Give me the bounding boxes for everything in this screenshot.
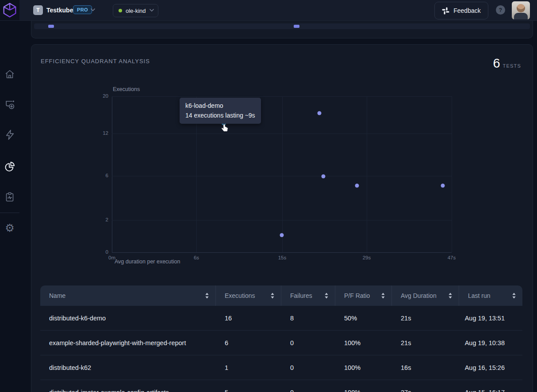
column-header-label: Name	[49, 292, 65, 299]
table-body: distributed-k6-demo16850%21sAug 19, 13:5…	[40, 306, 522, 392]
scatter-point[interactable]	[318, 111, 322, 115]
sidebar-item-home[interactable]	[4, 69, 15, 80]
table-header-row: NameExecutionsFailuresP/F RatioAvg Durat…	[40, 285, 522, 306]
table-cell: example-sharded-playwright-with-merged-r…	[40, 331, 216, 355]
table-cell: distributed-k6-demo	[40, 306, 216, 330]
column-header-executions[interactable]: Executions	[216, 285, 281, 306]
table-cell: 100%	[335, 380, 392, 392]
column-header-last-run[interactable]: Last run	[459, 285, 522, 306]
table-cell: 50%	[335, 306, 392, 330]
tests-table: NameExecutionsFailuresP/F RatioAvg Durat…	[40, 285, 522, 392]
org-avatar[interactable]: T	[33, 5, 43, 15]
test-report-icon	[4, 191, 15, 202]
environment-selector[interactable]: ole-kind	[113, 4, 158, 17]
table-cell: 5	[216, 380, 281, 392]
feedback-label: Feedback	[453, 7, 480, 14]
x-tick-label: 29s	[363, 255, 371, 260]
column-header-label: Avg Duration	[401, 292, 437, 299]
table-row[interactable]: distributed-k6210100%16sAug 16, 15:26	[40, 355, 522, 380]
tooltip-title: k6-load-demo	[185, 101, 255, 110]
table-cell: Aug 16, 15:26	[459, 355, 522, 380]
sidebar-item-triggers[interactable]	[4, 129, 15, 141]
org-chevron-down-icon[interactable]	[91, 8, 95, 12]
scatter-point[interactable]	[321, 175, 325, 179]
column-header-label: Failures	[290, 292, 312, 299]
table-row[interactable]: distributed-k6-demo16850%21sAug 19, 13:5…	[40, 306, 522, 330]
table-cell: Aug 19, 13:51	[459, 306, 522, 330]
table-cell: 1	[216, 355, 281, 380]
chart-fragment-bar	[48, 25, 54, 28]
sort-icon	[512, 293, 516, 299]
gridline-vertical	[452, 96, 452, 252]
table-cell: 8	[281, 306, 335, 330]
table-cell: 16s	[392, 355, 459, 380]
table-cell: 16	[216, 306, 281, 330]
column-header-p-f-ratio[interactable]: P/F Ratio	[335, 285, 392, 306]
scatter-point[interactable]	[441, 183, 445, 187]
sidebar-item-artifacts[interactable]	[4, 191, 15, 202]
column-header-failures[interactable]: Failures	[281, 285, 335, 306]
gridline-horizontal	[112, 133, 452, 134]
gridline-horizontal	[112, 220, 452, 221]
tests-count-label: TESTS	[503, 63, 521, 69]
chart-fragment-band	[34, 23, 530, 29]
previous-panel-fragment	[31, 20, 533, 38]
tests-count: 6 TESTS	[493, 56, 521, 71]
table-cell: 0	[281, 380, 335, 392]
y-axis-title: Executions	[113, 86, 140, 92]
x-tick-label: 47s	[448, 255, 456, 260]
table-row[interactable]: example-sharded-playwright-with-merged-r…	[40, 330, 522, 355]
table-cell: Aug 15, 16:17	[459, 380, 522, 392]
column-header-label: Last run	[468, 292, 491, 299]
sort-icon	[324, 293, 329, 299]
table-cell: distributed-jmeter-example-config-artifa…	[40, 380, 216, 392]
lightning-icon	[4, 129, 15, 141]
scatter-point[interactable]	[355, 183, 359, 187]
table-row[interactable]: distributed-jmeter-example-config-artifa…	[40, 380, 522, 392]
testkube-logo-icon	[3, 2, 17, 18]
column-header-avg-duration[interactable]: Avg Duration	[392, 285, 459, 306]
pie-chart-icon	[4, 161, 15, 172]
user-avatar[interactable]	[512, 1, 530, 19]
app-logo[interactable]	[0, 0, 19, 20]
feedback-button[interactable]: Feedback	[434, 2, 488, 19]
sidebar-item-settings[interactable]: ⚙	[4, 222, 15, 234]
x-tick-label: 15s	[278, 255, 287, 260]
y-tick-label: 2	[90, 217, 108, 222]
help-button[interactable]: ?	[496, 5, 505, 15]
add-test-icon	[4, 99, 15, 110]
chart-fragment-bar	[294, 25, 299, 28]
chart-tooltip: k6-load-demo 14 executions lasting ~9s	[180, 98, 261, 124]
x-tick-label: 0m	[108, 255, 115, 260]
org-name: Testkube	[46, 7, 73, 14]
sort-icon	[448, 293, 453, 299]
environment-chevron-down-icon	[150, 9, 153, 13]
environment-status-dot	[119, 9, 122, 12]
gear-icon: ⚙	[5, 223, 15, 233]
x-axis-title: Avg duration per execution	[115, 259, 180, 265]
table-cell: distributed-k62	[40, 355, 216, 380]
table-cell: 6	[216, 331, 281, 355]
tests-count-number: 6	[493, 56, 500, 71]
gridline-horizontal	[112, 176, 452, 176]
column-header-label: Executions	[225, 292, 255, 299]
cursor-icon	[221, 124, 230, 133]
sidebar-item-insights-active[interactable]	[4, 161, 15, 172]
home-icon	[4, 69, 15, 80]
y-tick-label: 12	[90, 130, 108, 136]
sort-icon	[205, 293, 209, 299]
sidebar-item-tests[interactable]	[4, 99, 15, 110]
top-bar: T Testkube PRO ole-kind Feedback ?	[0, 0, 537, 21]
environment-name: ole-kind	[126, 8, 146, 14]
gridline-vertical	[367, 96, 367, 252]
table-cell: 0	[281, 355, 335, 380]
scatter-point[interactable]	[280, 233, 284, 237]
y-tick-label: 20	[90, 93, 108, 99]
table-cell: 100%	[335, 331, 392, 355]
pro-plan-badge: PRO	[73, 5, 92, 14]
y-tick-label: 0	[90, 249, 108, 255]
table-cell: Aug 19, 10:38	[459, 331, 522, 355]
sort-icon	[381, 293, 385, 299]
column-header-name[interactable]: Name	[40, 285, 216, 306]
sidebar-divider	[0, 213, 19, 213]
